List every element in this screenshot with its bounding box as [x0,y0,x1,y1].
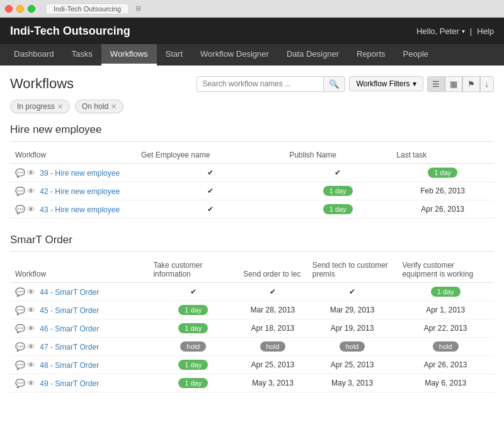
col-header-send-order: Send order to lec [238,257,307,283]
close-btn[interactable] [5,5,13,13]
top-bar: Indi-Tech Outsourcing Hello, Peter ▾ | H… [0,18,504,44]
eye-icon[interactable]: 👁 [27,168,35,178]
hire-employee-table: Workflow Get Employee name Publish Name … [10,147,494,219]
eye-icon[interactable]: 👁 [27,379,35,388]
send-tech-cell: May 3, 2013 [307,374,398,392]
col-header-workflow: Workflow [10,257,148,283]
workflow-link[interactable]: 47 - SmarT Order [40,343,99,352]
workflow-filters-button[interactable]: Workflow Filters ▾ [349,76,423,91]
badge-hold: hold [180,341,206,352]
workflow-link[interactable]: 42 - Hire new employee [40,187,120,196]
nav-icon: ⊞ [135,4,141,13]
comment-icon[interactable]: 💬 [15,379,25,388]
eye-icon[interactable]: 👁 [27,186,35,196]
flag-view-button[interactable]: ⚑ [462,76,480,92]
badge-hold: hold [433,341,459,352]
badge-1day: 1 day [178,378,208,388]
comment-icon[interactable]: 💬 [15,168,25,178]
filter-dropdown-arrow: ▾ [413,79,416,88]
row-icons: 💬 👁 [15,342,35,352]
grid-view-button[interactable]: ▦ [445,76,462,92]
badge-1day: 1 day [178,323,208,333]
search-button[interactable]: 🔍 [323,77,345,91]
remove-in-progress-filter[interactable]: ✕ [57,103,63,111]
workflow-link[interactable]: 43 - Hire new employee [40,205,120,214]
badge-hold: hold [260,341,286,352]
nav-workflow-designer[interactable]: Workflow Designer [192,44,278,66]
eye-icon[interactable]: 👁 [27,306,35,315]
nav-workflows[interactable]: Workflows [101,44,157,66]
col-header-send-tech: Send tech to customer premis [307,257,398,283]
download-button[interactable]: ↓ [480,76,495,92]
workflow-link[interactable]: 45 - SmarT Order [40,306,99,315]
row-icons: 💬 👁 [15,168,35,178]
comment-icon[interactable]: 💬 [15,287,25,297]
table-row: 💬 👁 39 - Hire new employee ✔ ✔ 1 day [10,164,494,182]
filter-tag-on-hold: On hold ✕ [75,100,123,113]
maximize-btn[interactable] [28,5,35,13]
row-icons: 💬 👁 [15,205,35,214]
get-employee-cell: ✔ [136,200,284,219]
table-row: 💬 👁 43 - Hire new employee ✔ 1 day Apr 2… [10,200,494,219]
send-tech-cell: Apr 19, 2013 [307,319,398,338]
col-header-get-employee: Get Employee name [136,147,284,164]
last-task-cell: Feb 26, 2013 [391,182,494,200]
comment-icon[interactable]: 💬 [15,306,25,315]
workflow-cell: 💬 👁 44 - SmarT Order [10,283,148,301]
workflow-link[interactable]: 49 - SmarT Order [40,379,99,388]
verify-cell: Apr 22, 2013 [397,319,494,338]
row-icons: 💬 👁 [15,360,35,370]
send-order-cell: Apr 18, 2013 [238,319,307,338]
send-order-cell: Apr 25, 2013 [238,356,307,374]
send-tech-cell: ✔ [307,283,398,301]
verify-cell: hold [397,338,494,356]
section-title-hire: Hire new employee [10,123,494,142]
comment-icon[interactable]: 💬 [15,324,25,333]
nav-reports[interactable]: Reports [348,44,394,66]
smart-order-table: Workflow Take customer information Send … [10,257,494,392]
eye-icon[interactable]: 👁 [27,342,35,352]
user-dropdown-arrow[interactable]: ▾ [462,28,465,35]
minimize-btn[interactable] [16,5,24,13]
help-link[interactable]: Help [477,26,494,36]
nav-data-designer[interactable]: Data Designer [278,44,348,66]
eye-icon[interactable]: 👁 [27,205,35,214]
verify-cell: 1 day [397,283,494,301]
take-customer-cell: 1 day [148,356,238,374]
nav-tasks[interactable]: Tasks [63,44,101,66]
last-task-cell: 1 day [391,164,494,182]
get-employee-cell: ✔ [136,182,284,200]
nav-dashboard[interactable]: Dashboard [5,44,63,66]
eye-icon[interactable]: 👁 [27,287,35,297]
badge-1day: 1 day [178,360,208,370]
workflow-link[interactable]: 44 - SmarT Order [40,288,99,297]
badge-1day: 1 day [428,168,457,178]
publish-name-cell: 1 day [284,182,391,200]
workflow-link[interactable]: 48 - SmarT Order [40,361,99,370]
send-order-cell: hold [238,338,307,356]
nav-start[interactable]: Start [157,44,192,66]
search-input[interactable] [197,77,323,91]
col-header-last-task: Last task [391,147,494,164]
eye-icon[interactable]: 👁 [27,360,35,370]
remove-on-hold-filter[interactable]: ✕ [111,103,117,111]
list-view-button[interactable]: ☰ [427,76,445,92]
badge-hold: hold [340,341,365,352]
comment-icon[interactable]: 💬 [15,186,25,196]
toolbar-right: 🔍 Workflow Filters ▾ ☰ ▦ ⚑ ↓ [197,76,494,92]
eye-icon[interactable]: 👁 [27,324,35,333]
verify-cell: May 6, 2013 [397,374,494,392]
workflow-link[interactable]: 39 - Hire new employee [40,169,120,178]
nav-people[interactable]: People [394,44,437,66]
table-row: 💬 👁 42 - Hire new employee ✔ 1 day Feb 2… [10,182,494,200]
table-row: 💬 👁 49 - SmarT Order 1 day May 3, 2013 M… [10,374,494,392]
col-header-publish: Publish Name [284,147,391,164]
workflow-cell: 💬 👁 39 - Hire new employee [10,164,136,182]
table-row: 💬 👁 47 - SmarT Order hold hold hold hold [10,338,494,356]
comment-icon[interactable]: 💬 [15,360,25,370]
comment-icon[interactable]: 💬 [15,205,25,214]
comment-icon[interactable]: 💬 [15,342,25,352]
take-customer-cell: 1 day [148,301,238,319]
send-tech-cell: Apr 25, 2013 [307,356,398,374]
workflow-link[interactable]: 46 - SmarT Order [40,324,99,333]
